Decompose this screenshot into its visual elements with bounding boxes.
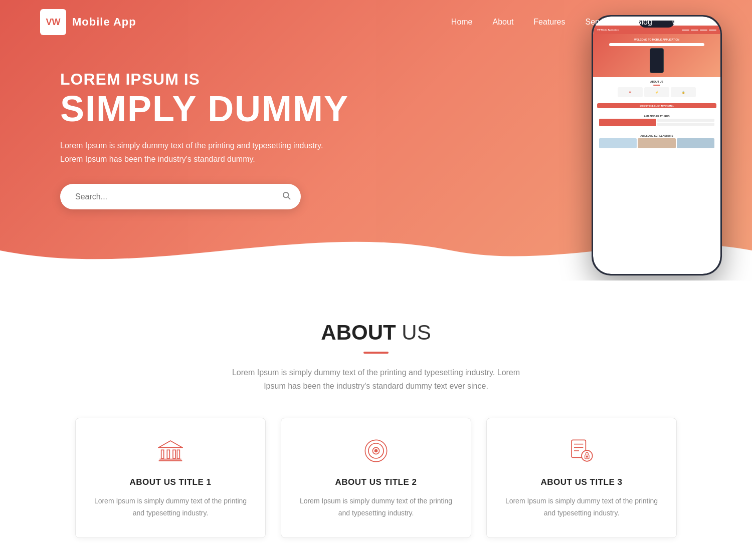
mini-card: 🔒 bbox=[671, 87, 696, 97]
card-desc-3: Lorem Ipsum is simply dummy text of the … bbox=[502, 495, 661, 519]
svg-rect-6 bbox=[177, 450, 179, 459]
nav-item-blog[interactable]: Blog bbox=[636, 18, 652, 27]
svg-marker-2 bbox=[159, 441, 182, 447]
svg-rect-3 bbox=[161, 450, 164, 459]
document-lock-icon bbox=[502, 438, 661, 468]
svg-point-19 bbox=[587, 456, 588, 458]
mini-card: ⚡ bbox=[644, 87, 669, 97]
svg-line-1 bbox=[288, 197, 290, 199]
target-icon bbox=[296, 438, 456, 468]
svg-point-12 bbox=[375, 450, 378, 452]
mini-install-text: QUICKLY ONE-CLICK APP INSTALL bbox=[640, 105, 674, 107]
about-card-1: ABOUT US TITLE 1 Lorem Ipsum is simply d… bbox=[75, 418, 266, 538]
card-title-2: ABOUT US TITLE 2 bbox=[296, 477, 456, 487]
hero-section: VW Mobile App Home About Features Servic… bbox=[0, 0, 752, 281]
mini-features-title: AMAZING FEATURES bbox=[597, 115, 716, 118]
search-bar bbox=[60, 184, 301, 209]
mini-card: 🏛 bbox=[618, 87, 643, 97]
hero-left: LOREM IPSUM IS SIMPLY DUMMY Lorem Ipsum … bbox=[60, 60, 349, 209]
logo-name: Mobile App bbox=[72, 16, 136, 29]
logo-area: VW Mobile App bbox=[40, 9, 136, 35]
main-nav: Home About Features Services Blog Contac… bbox=[451, 18, 712, 27]
mini-screenshots-section: AWESOME SCREENSHOTS bbox=[593, 129, 720, 151]
about-card-2: ABOUT US TITLE 2 Lorem Ipsum is simply d… bbox=[281, 418, 471, 538]
search-input[interactable] bbox=[75, 192, 282, 201]
card-desc-1: Lorem Ipsum is simply dummy text of the … bbox=[91, 495, 250, 519]
mini-features-list bbox=[597, 119, 716, 126]
about-cards-container: ABOUT US TITLE 1 Lorem Ipsum is simply d… bbox=[40, 418, 712, 538]
logo-initials: VW bbox=[46, 17, 61, 28]
bank-icon bbox=[91, 438, 250, 468]
mini-card-icon: 🔒 bbox=[682, 91, 685, 94]
header: VW Mobile App Home About Features Servic… bbox=[0, 0, 752, 44]
svg-rect-4 bbox=[167, 450, 169, 459]
card-desc-2: Lorem Ipsum is simply dummy text of the … bbox=[296, 495, 456, 519]
mini-screenshot bbox=[677, 138, 714, 148]
card-title-3: ABOUT US TITLE 3 bbox=[502, 477, 661, 487]
nav-item-about[interactable]: About bbox=[493, 18, 514, 27]
about-heading-normal: US bbox=[396, 321, 431, 344]
about-section: ABOUT US Lorem Ipsum is simply dummy tex… bbox=[0, 281, 752, 560]
mini-screenshots-title: AWESOME SCREENSHOTS bbox=[597, 134, 716, 137]
mini-screenshot bbox=[599, 138, 637, 148]
hero-desc-line1: Lorem Ipsum is simply dummy text of the … bbox=[60, 141, 323, 150]
mini-features-section: AMAZING FEATURES bbox=[593, 110, 720, 129]
nav-item-features[interactable]: Features bbox=[533, 18, 565, 27]
hero-subtitle: LOREM IPSUM IS bbox=[60, 70, 349, 89]
hero-desc-line2: Lorem Ipsum has been the industry's stan… bbox=[60, 155, 255, 163]
hero-description: Lorem Ipsum is simply dummy text of the … bbox=[60, 139, 349, 166]
mini-screenshot bbox=[638, 138, 675, 148]
mini-screenshots-list bbox=[597, 138, 716, 148]
mini-about-section: ABOUT US 🏛 ⚡ 🔒 bbox=[593, 77, 720, 102]
svg-rect-5 bbox=[173, 450, 175, 459]
card-title-1: ABOUT US TITLE 1 bbox=[91, 477, 250, 487]
hero-right: VW Mobile Application WELCOME TO MOBILE … bbox=[592, 15, 722, 275]
mini-about-cards: 🏛 ⚡ 🔒 bbox=[597, 87, 716, 97]
about-divider bbox=[363, 352, 389, 354]
mini-card-icon: ⚡ bbox=[655, 91, 658, 94]
hero-title: SIMPLY DUMMY bbox=[60, 91, 349, 127]
about-heading: ABOUT US bbox=[40, 321, 712, 345]
phone-screen-inner: VW Mobile Application WELCOME TO MOBILE … bbox=[593, 17, 720, 274]
mini-about-title: ABOUT US bbox=[597, 80, 716, 83]
nav-item-services[interactable]: Services bbox=[585, 18, 616, 27]
nav-item-contact[interactable]: Contact Us bbox=[672, 18, 712, 27]
search-button[interactable] bbox=[282, 191, 291, 202]
about-description: Lorem Ipsum is simply dummy text of the … bbox=[221, 366, 531, 393]
logo-box: VW bbox=[40, 9, 66, 35]
nav-item-home[interactable]: Home bbox=[451, 18, 473, 27]
mini-install-bar: QUICKLY ONE-CLICK APP INSTALL bbox=[597, 103, 716, 108]
about-card-3: ABOUT US TITLE 3 Lorem Ipsum is simply d… bbox=[486, 418, 677, 538]
phone-screen: VW Mobile Application WELCOME TO MOBILE … bbox=[593, 17, 720, 274]
phone-mockup: VW Mobile Application WELCOME TO MOBILE … bbox=[592, 15, 722, 275]
mini-feature bbox=[599, 119, 656, 126]
about-heading-bold: ABOUT bbox=[321, 321, 396, 344]
mini-card-icon: 🏛 bbox=[629, 91, 632, 94]
